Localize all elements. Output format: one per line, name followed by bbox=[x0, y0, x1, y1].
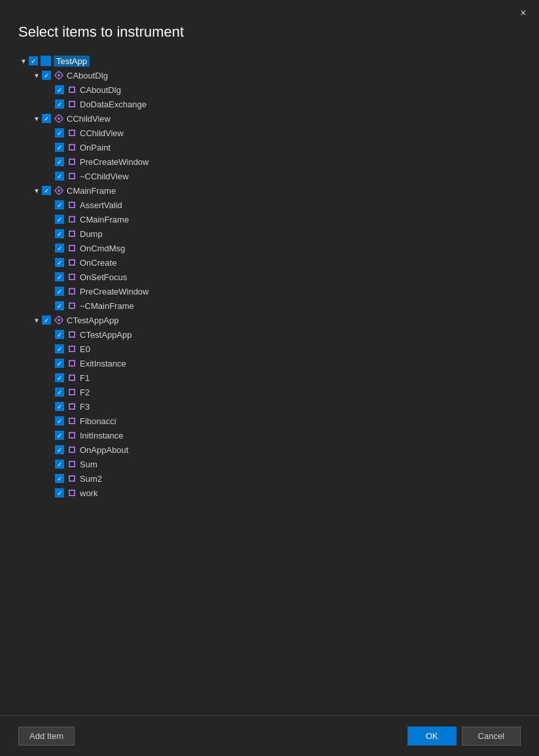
cb-dtor-cmainframe[interactable] bbox=[55, 301, 64, 310]
ok-button[interactable]: OK bbox=[408, 727, 457, 746]
svg-point-5 bbox=[58, 74, 60, 77]
mi-g3 bbox=[67, 358, 77, 369]
ea-f8 bbox=[44, 300, 55, 311]
checkbox-testapp[interactable] bbox=[29, 56, 38, 65]
dialog-title: Select items to instrument bbox=[0, 21, 539, 51]
cb-onsetfocus[interactable] bbox=[55, 272, 64, 281]
label-e0: E0 bbox=[80, 344, 90, 354]
svg-rect-21 bbox=[70, 131, 74, 135]
svg-rect-23 bbox=[70, 145, 74, 149]
cb-onpaint[interactable] bbox=[55, 143, 64, 152]
cb-precreatewindow-cv[interactable] bbox=[55, 157, 64, 166]
mi-g2 bbox=[67, 344, 77, 354]
mi-g7 bbox=[67, 416, 77, 426]
tree-row-onsetfocus[interactable]: OnSetFocus bbox=[44, 270, 529, 284]
cb-f3[interactable] bbox=[55, 402, 64, 411]
svg-rect-37 bbox=[70, 217, 74, 221]
tree-row-f1[interactable]: F1 bbox=[44, 370, 529, 385]
bottom-bar: Add Item OK Cancel bbox=[0, 715, 539, 756]
cb-f1[interactable] bbox=[55, 373, 64, 382]
cb-sum2[interactable] bbox=[55, 474, 64, 483]
cb-fibonacci[interactable] bbox=[55, 416, 64, 425]
tree-row-work[interactable]: work bbox=[44, 486, 529, 500]
label-sum2: Sum2 bbox=[80, 474, 102, 484]
svg-rect-41 bbox=[70, 246, 74, 250]
cb-oncmdmsg[interactable] bbox=[55, 243, 64, 253]
tree-row-dodataexchange[interactable]: DoDataExchange bbox=[44, 97, 529, 111]
tree-row-ctestappapp[interactable]: CTestAppApp bbox=[31, 313, 529, 327]
ea-f6 bbox=[44, 272, 55, 282]
cb-precreatewindow-mf[interactable] bbox=[55, 287, 64, 296]
expand-arrow-cchildview[interactable] bbox=[31, 113, 42, 124]
tree-row-cmainframe-ctor[interactable]: CMainFrame bbox=[44, 212, 529, 226]
tree-row-dump[interactable]: Dump bbox=[44, 226, 529, 241]
tree-row-e0[interactable]: E0 bbox=[44, 342, 529, 356]
ea-e3 bbox=[44, 156, 55, 167]
tree-row-onpaint[interactable]: OnPaint bbox=[44, 140, 529, 154]
tree-row-exitinstance[interactable]: ExitInstance bbox=[44, 356, 529, 370]
add-item-button[interactable]: Add Item bbox=[18, 727, 75, 746]
checkbox-cchildview[interactable] bbox=[42, 114, 51, 123]
cb-initinstance[interactable] bbox=[55, 431, 64, 440]
cancel-button[interactable]: Cancel bbox=[462, 727, 521, 746]
tree-row-testapp[interactable]: TestApp bbox=[18, 54, 529, 68]
cb-cmainframe-ctor[interactable] bbox=[55, 215, 64, 224]
checkbox-caboutdlg[interactable] bbox=[42, 71, 51, 80]
tree-row-onappabout[interactable]: OnAppAbout bbox=[44, 442, 529, 457]
tree-row-initinstance[interactable]: InitInstance bbox=[44, 428, 529, 442]
mi-f1 bbox=[67, 200, 77, 210]
label-dump: Dump bbox=[80, 229, 103, 239]
label-assertvalid: AssertValid bbox=[80, 200, 122, 210]
expand-arrow-caboutdlg[interactable] bbox=[31, 70, 42, 81]
svg-point-29 bbox=[58, 189, 60, 192]
tree-row-dtor-cchildview[interactable]: ~CChildView bbox=[44, 169, 529, 183]
tree-row-oncreate[interactable]: OnCreate bbox=[44, 255, 529, 270]
tree-row-precreatewindow-cv[interactable]: PreCreateWindow bbox=[44, 154, 529, 169]
checkbox-caboutdlg-ctor[interactable] bbox=[55, 85, 64, 94]
mi-f6 bbox=[67, 272, 77, 282]
tree-row-ctestappapp-ctor[interactable]: CTestAppApp bbox=[44, 327, 529, 342]
expand-arrow-cmainframe[interactable] bbox=[31, 185, 42, 196]
tree-row-fibonacci[interactable]: Fibonacci bbox=[44, 414, 529, 428]
tree-row-caboutdlg-ctor[interactable]: CAboutDlg bbox=[44, 82, 529, 97]
cb-cchildview-ctor[interactable] bbox=[55, 128, 64, 137]
cb-f2[interactable] bbox=[55, 387, 64, 397]
label-cchildview: CChildView bbox=[67, 114, 111, 124]
tree-row-cchildview[interactable]: CChildView bbox=[31, 111, 529, 126]
label-precreatewindow-mf: PreCreateWindow bbox=[80, 287, 149, 297]
expand-arrow-ctestappapp[interactable] bbox=[31, 315, 42, 325]
mi-g1 bbox=[67, 329, 77, 340]
tree-row-oncmdmsg[interactable]: OnCmdMsg bbox=[44, 241, 529, 255]
tree-row-cmainframe[interactable]: CMainFrame bbox=[31, 183, 529, 198]
close-button[interactable]: × bbox=[515, 5, 531, 21]
svg-rect-77 bbox=[70, 477, 74, 480]
cb-cmainframe[interactable] bbox=[42, 186, 51, 195]
tree-row-cchildview-ctor[interactable]: CChildView bbox=[44, 126, 529, 140]
tree-row-caboutdlg[interactable]: CAboutDlg bbox=[31, 68, 529, 82]
cb-e0[interactable] bbox=[55, 344, 64, 353]
tree-row-f2[interactable]: F2 bbox=[44, 385, 529, 399]
tree-container[interactable]: TestApp CAboutDlg bbox=[0, 51, 529, 715]
tree-row-sum[interactable]: Sum bbox=[44, 457, 529, 471]
title-bar: × bbox=[0, 0, 539, 21]
label-precreatewindow-cv: PreCreateWindow bbox=[80, 157, 149, 167]
tree-row-precreatewindow-mf[interactable]: PreCreateWindow bbox=[44, 284, 529, 298]
cb-dump[interactable] bbox=[55, 229, 64, 238]
tree-row-assertvalid[interactable]: AssertValid bbox=[44, 198, 529, 212]
expand-arrow-testapp[interactable] bbox=[18, 56, 29, 66]
ea-g10 bbox=[44, 459, 55, 469]
cb-onappabout[interactable] bbox=[55, 445, 64, 454]
cb-sum[interactable] bbox=[55, 459, 64, 469]
cb-ctestappapp-ctor[interactable] bbox=[55, 330, 64, 339]
cb-oncreate[interactable] bbox=[55, 258, 64, 267]
cb-assertvalid[interactable] bbox=[55, 200, 64, 209]
tree-row-sum2[interactable]: Sum2 bbox=[44, 471, 529, 486]
tree-row-f3[interactable]: F3 bbox=[44, 399, 529, 414]
svg-rect-25 bbox=[70, 160, 74, 164]
cb-exitinstance[interactable] bbox=[55, 359, 64, 368]
checkbox-dodataexchange[interactable] bbox=[55, 99, 64, 109]
tree-row-dtor-cmainframe[interactable]: ~CMainFrame bbox=[44, 298, 529, 313]
cb-ctestappapp[interactable] bbox=[42, 315, 51, 325]
cb-dtor-cchildview[interactable] bbox=[55, 171, 64, 181]
cb-work[interactable] bbox=[55, 488, 64, 497]
